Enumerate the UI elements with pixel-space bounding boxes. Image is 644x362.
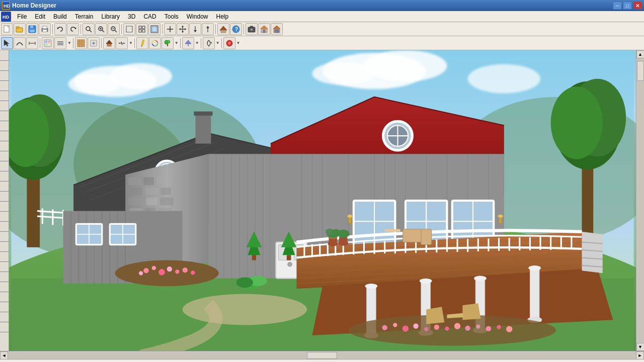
zoom-in-button[interactable]	[95, 23, 107, 35]
transform-dropdown[interactable]: ▼	[215, 41, 220, 45]
scroll-up-button[interactable]: ▲	[636, 50, 645, 58]
menu-edit[interactable]: Edit	[31, 11, 49, 22]
svg-marker-15	[74, 28, 76, 29]
fit-button[interactable]	[136, 23, 148, 35]
save-button[interactable]	[26, 23, 38, 35]
minimize-button[interactable]: ─	[613, 2, 622, 10]
find-button[interactable]	[83, 23, 95, 35]
svg-rect-51	[250, 26, 253, 28]
undo-button[interactable]	[54, 23, 66, 35]
plant-dropdown[interactable]: ▼	[174, 41, 179, 45]
zoom-out-button[interactable]	[108, 23, 120, 35]
menu-terrain[interactable]: Terrain	[71, 11, 98, 22]
elevation-dropdown[interactable]: ▼	[195, 41, 199, 45]
menu-library[interactable]: Library	[97, 11, 124, 22]
dimension-tool-button[interactable]	[26, 37, 38, 49]
redo-button[interactable]	[67, 23, 79, 35]
print-button[interactable]	[39, 23, 51, 35]
break-button[interactable]	[116, 37, 128, 49]
arrow-up-button[interactable]	[202, 23, 214, 35]
scroll-track[interactable]	[637, 58, 644, 343]
menu-file[interactable]: File	[13, 11, 31, 22]
svg-point-230	[365, 284, 378, 289]
transform-button[interactable]	[203, 37, 215, 49]
transform-dropdown-arrow[interactable]: ▼	[216, 41, 220, 45]
ruler-mark	[0, 191, 9, 192]
roof-tool-button[interactable]	[103, 37, 115, 49]
material-button[interactable]	[75, 37, 87, 49]
camera-button[interactable]	[246, 23, 258, 35]
layer-tool-button[interactable]	[54, 37, 66, 49]
separator-t2-1	[40, 38, 40, 48]
svg-point-300	[191, 270, 195, 275]
scroll-right-button[interactable]: ►	[636, 351, 644, 359]
house-back-button[interactable]	[271, 23, 283, 35]
scroll-thumb[interactable]	[637, 61, 644, 81]
ruler-mark	[0, 60, 9, 61]
pencil-button[interactable]	[136, 37, 148, 49]
svg-point-50	[251, 29, 253, 30]
svg-point-294	[143, 268, 148, 273]
menu-build[interactable]: Build	[49, 11, 71, 22]
svg-rect-25	[126, 26, 132, 32]
svg-point-101	[312, 62, 374, 85]
select-tool-button[interactable]	[1, 37, 13, 49]
ruler-mark	[0, 312, 9, 312]
roof-button[interactable]	[217, 23, 229, 35]
svg-point-293	[115, 260, 219, 287]
svg-rect-12	[43, 26, 47, 29]
break-dropdown-arrow[interactable]: ▼	[129, 41, 133, 45]
elevation-dropdown-arrow[interactable]: ▼	[195, 41, 199, 45]
select-rect-button[interactable]	[123, 23, 135, 35]
help-button[interactable]: ?	[230, 23, 242, 35]
menu-cad[interactable]: CAD	[139, 11, 160, 22]
separator-3	[121, 24, 122, 34]
new-button[interactable]	[1, 23, 13, 35]
color-button[interactable]	[149, 37, 161, 49]
ruler-mark	[0, 201, 9, 202]
menu-3d[interactable]: 3D	[124, 11, 139, 22]
rec-dropdown[interactable]: ▼	[236, 41, 240, 45]
fill-tool-button[interactable]	[42, 37, 54, 49]
plant-button[interactable]	[162, 37, 174, 49]
menu-tools[interactable]: Tools	[160, 11, 183, 22]
house-front-button[interactable]	[258, 23, 270, 35]
add-button[interactable]	[164, 23, 176, 35]
svg-point-236	[474, 276, 487, 281]
svg-point-124	[551, 86, 603, 159]
open-button[interactable]	[14, 23, 26, 35]
ruler-mark	[0, 272, 9, 272]
menu-help[interactable]: Help	[212, 11, 232, 22]
svg-rect-57	[275, 30, 277, 33]
ruler-mark	[0, 221, 9, 222]
h-scroll-track[interactable]	[8, 352, 636, 359]
canvas-area[interactable]	[9, 50, 636, 351]
layer-dropdown-arrow[interactable]: ▼	[67, 41, 71, 45]
rec-button[interactable]	[223, 37, 235, 49]
close-button[interactable]: ✕	[633, 2, 642, 10]
ruler-mark	[0, 131, 9, 131]
ruler-mark	[0, 181, 9, 182]
zoom-all-button[interactable]	[148, 23, 160, 35]
open-symbol-button[interactable]	[88, 37, 100, 49]
layer-dropdown[interactable]: ▼	[67, 41, 71, 45]
elevation-button[interactable]	[182, 37, 194, 49]
scroll-left-button[interactable]: ◄	[0, 351, 8, 359]
menu-window[interactable]: Window	[183, 11, 212, 22]
svg-point-301	[139, 271, 143, 275]
rec-dropdown-arrow[interactable]: ▼	[236, 41, 240, 45]
ruler-mark	[0, 161, 9, 161]
plant-dropdown-arrow[interactable]: ▼	[175, 41, 179, 45]
arrow-down-button[interactable]	[189, 23, 201, 35]
break-dropdown[interactable]: ▼	[128, 41, 133, 45]
cross-button[interactable]	[177, 23, 189, 35]
svg-point-312	[476, 324, 480, 328]
svg-rect-13	[43, 30, 47, 32]
scroll-down-button[interactable]: ▼	[636, 343, 645, 351]
toolbar-2: ▼ ▼ ▼ ▼ ▼ ▼	[0, 36, 644, 50]
svg-rect-9	[30, 26, 33, 28]
maximize-button[interactable]: □	[623, 2, 632, 10]
h-scroll-thumb[interactable]	[307, 352, 337, 359]
svg-rect-66	[45, 44, 47, 46]
curve-tool-button[interactable]	[14, 37, 26, 49]
